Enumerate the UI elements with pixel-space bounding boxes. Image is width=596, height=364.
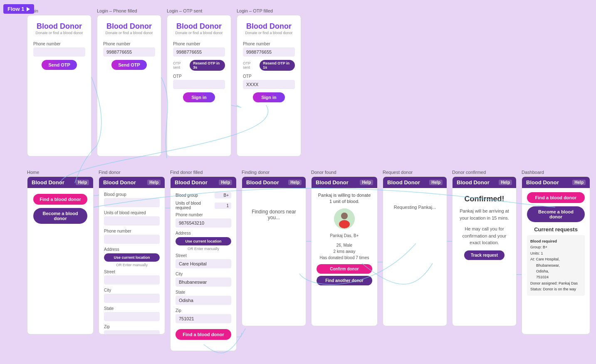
- willing-text: Pankaj is willing to donate 1 unit of bl…: [317, 192, 372, 205]
- phone-input-fdf[interactable]: 9876543210: [176, 218, 231, 228]
- blood-group-label-fdf: Blood group: [176, 193, 198, 198]
- send-otp-btn-lp[interactable]: Send OTP: [111, 60, 147, 70]
- units-label-dash: Units:: [530, 251, 540, 255]
- find-donor-filled-help[interactable]: Help: [219, 180, 232, 185]
- zip-input-fd[interactable]: [104, 330, 160, 334]
- otp-sent-label-of: OTP sent: [243, 61, 257, 69]
- screen-login-phone: Blood Donor Donate or find a blood donor…: [97, 15, 161, 156]
- brand-title-login: Blood Donor: [33, 22, 85, 31]
- phone-label-login: Phone number: [33, 42, 85, 46]
- flow-badge[interactable]: Flow 1: [3, 4, 34, 14]
- blood-required-label: Blood required: [530, 239, 557, 243]
- units-input-fd[interactable]: [104, 216, 160, 225]
- screen-donor-confirmed: Blood Donor Help Confirmed! Pankaj will …: [452, 176, 517, 326]
- phone-input-login[interactable]: [33, 47, 85, 57]
- find-donor-help-btn[interactable]: Help: [147, 180, 161, 185]
- screen-label-donor-confirmed: Donor confirmed: [452, 170, 486, 175]
- home-find-donor-btn[interactable]: Find a blood donor: [33, 194, 87, 205]
- find-donor-header-title: Blood Donor: [103, 179, 136, 186]
- phone-input-of[interactable]: 9988776655: [243, 47, 295, 57]
- city-label-fd: City: [104, 288, 160, 292]
- address-label-fd: Address: [104, 247, 160, 252]
- city-input-fd[interactable]: [104, 294, 160, 303]
- blood-group-input-fd[interactable]: [104, 198, 160, 207]
- request-donor-header: Blood Donor Help: [383, 177, 447, 188]
- find-blood-donor-btn-fdf[interactable]: Find a blood donor: [176, 329, 231, 340]
- phone-label-lp: Phone number: [103, 42, 155, 46]
- confirm-donor-btn[interactable]: Confirm donor: [317, 264, 372, 274]
- finding-text: Finding donors near you...: [248, 209, 300, 220]
- use-location-btn-fd[interactable]: Use current location: [104, 253, 160, 262]
- screen-label-donor-found: Donor found: [311, 170, 336, 175]
- donor-avatar: [334, 208, 355, 229]
- brand-title-lp: Blood Donor: [103, 22, 155, 31]
- dashboard-find-donor-btn[interactable]: Find a blood donor: [527, 192, 585, 203]
- state-input-fdf[interactable]: Odisha: [176, 296, 231, 305]
- phone-label-fdf: Phone number: [176, 213, 231, 217]
- sign-in-btn-os[interactable]: Sign in: [183, 92, 215, 102]
- use-location-btn-fdf[interactable]: Use current location: [176, 237, 231, 245]
- phone-input-os[interactable]: 9988776655: [173, 47, 225, 57]
- resend-btn-os[interactable]: Resend OTP in 3s: [190, 60, 225, 71]
- brand-title-of: Blood Donor: [243, 22, 295, 31]
- at-city: Bhubaneswar,: [536, 262, 581, 268]
- donor-confirmed-help[interactable]: Help: [499, 180, 512, 185]
- blood-group-value-fdf: B+: [215, 192, 231, 198]
- brand-sub-lp: Donate or find a blood donor: [103, 31, 155, 35]
- phone-input-lp[interactable]: 9988776655: [103, 47, 155, 57]
- screen-find-donor: Blood Donor Help Blood group Units of bl…: [99, 176, 165, 334]
- street-input-fdf[interactable]: Care Hospital: [176, 259, 231, 268]
- city-label-fdf: City: [176, 272, 231, 276]
- zip-input-fdf[interactable]: 751021: [176, 314, 231, 323]
- screen-otp-sent: Blood Donor Donate or find a blood donor…: [167, 15, 231, 156]
- home-help-btn[interactable]: Help: [76, 180, 89, 185]
- donor-found-header: Blood Donor Help: [312, 177, 377, 188]
- street-input-fd[interactable]: [104, 275, 160, 285]
- resend-btn-of[interactable]: Resend OTP in 1s: [260, 60, 295, 71]
- request-donor-title: Blood Donor: [387, 179, 420, 186]
- donor-info: 26, Male 2 kms away Has donated blood 7 …: [317, 242, 372, 261]
- finding-donor-header: Blood Donor Help: [242, 177, 306, 188]
- track-request-btn[interactable]: Track request: [464, 250, 504, 260]
- donor-found-help[interactable]: Help: [360, 180, 373, 185]
- find-donor-filled-header: Blood Donor Help: [171, 177, 236, 188]
- or-enter-fd: OR Enter manually: [104, 263, 160, 267]
- request-donor-help[interactable]: Help: [429, 180, 443, 185]
- at-label: At: Care Hospital,: [530, 256, 581, 262]
- screen-label-login-phone: Login – Phone filled: [97, 8, 137, 13]
- sign-in-btn-of[interactable]: Sign in: [253, 92, 285, 102]
- dashboard-become-donor-btn[interactable]: Become a blood donor: [527, 206, 585, 222]
- state-input-fd[interactable]: [104, 312, 160, 321]
- play-icon: [27, 7, 30, 11]
- units-label-fdf: Units of blood required: [176, 201, 215, 210]
- zip-label-fd: Zip: [104, 324, 160, 329]
- brand-sub-os: Donate or find a blood donor: [173, 31, 225, 35]
- confirmed-title: Confirmed!: [458, 195, 510, 203]
- at-state: Odisha,: [536, 268, 581, 274]
- screen-request-donor: Blood Donor Help Requesting Pankaj...: [383, 176, 447, 326]
- screen-dashboard: Blood Donor Help Find a blood donor Beco…: [522, 176, 590, 334]
- screen-label-otp-filled: Login – OTP filled: [237, 8, 273, 13]
- home-become-donor-btn[interactable]: Become a blood donor: [33, 208, 87, 224]
- request-card: Blood required Group: B+ Units: 1 At: Ca…: [527, 235, 585, 296]
- find-donor-filled-title: Blood Donor: [175, 179, 208, 186]
- dashboard-header-title: Blood Donor: [526, 179, 559, 186]
- city-input-fdf[interactable]: Bhubaneswar: [176, 277, 231, 287]
- phone-label-os: Phone number: [173, 42, 225, 46]
- at-zip: 751024: [536, 274, 581, 280]
- finding-donor-help[interactable]: Help: [288, 180, 302, 185]
- find-another-donor-btn[interactable]: Find another donor: [317, 276, 372, 285]
- dashboard-header: Blood Donor Help: [522, 177, 590, 188]
- otp-input-os[interactable]: [173, 80, 225, 89]
- send-otp-btn-login[interactable]: Send OTP: [42, 60, 77, 70]
- confirmed-line2: He may call you for confirmation and you…: [458, 225, 510, 246]
- confirmed-line1: Pankaj will be arriving at your location…: [458, 208, 510, 221]
- units-value-dash: 1: [541, 251, 543, 255]
- screen-label-find-donor: Find donor: [99, 170, 121, 175]
- dashboard-help-btn[interactable]: Help: [572, 180, 586, 185]
- phone-input-fd[interactable]: [104, 235, 160, 244]
- state-label-fd: State: [104, 306, 160, 311]
- otp-input-of[interactable]: XXXX: [243, 80, 295, 89]
- home-header: Blood Donor Help: [27, 177, 93, 188]
- current-requests-title: Current requests: [527, 226, 585, 233]
